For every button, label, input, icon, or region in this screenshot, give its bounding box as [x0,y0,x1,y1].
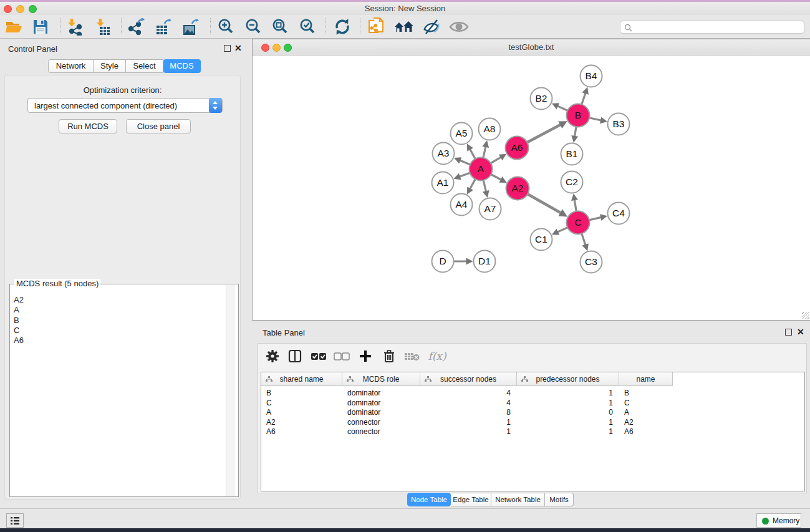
cell-name-row4[interactable]: A6 [624,427,634,436]
cell-shared_name-row0[interactable]: B [266,389,271,397]
cell-predecessors-row1[interactable]: 1 [517,399,613,407]
export-table-button[interactable] [152,17,175,37]
save-session-button[interactable] [29,17,52,37]
table-settings-icon[interactable] [263,348,282,364]
column-header-MCDS-role[interactable]: MCDS role [342,372,420,386]
graph-node-A1[interactable]: A1 [432,172,454,194]
export-image-button[interactable] [180,17,202,37]
window-resize-grip[interactable] [802,312,809,319]
mcds-result-item[interactable]: A [14,305,24,315]
column-header-shared-name[interactable]: shared name [261,372,342,386]
graph-node-C[interactable]: C [567,211,590,235]
show-all-button[interactable] [448,17,470,37]
function-builder-icon[interactable]: f(x) [425,348,450,364]
tab-edge-table[interactable]: Edge Table [451,493,491,506]
column-header-name[interactable]: name [619,372,673,386]
cell-mcds_role-row1[interactable]: dominator [347,399,380,407]
zoom-out-button[interactable] [242,17,264,37]
new-network-from-selection-button[interactable] [366,17,388,37]
mcds-result-item[interactable]: C [14,326,24,336]
mcds-result-item[interactable]: A6 [14,336,24,346]
import-network-button[interactable] [64,17,87,37]
graph-node-A2[interactable]: A2 [506,177,529,200]
deselect-all-icon[interactable] [332,348,351,364]
graph-node-B1[interactable]: B1 [561,143,583,165]
cell-mcds_role-row3[interactable]: connector [347,418,380,427]
cell-shared_name-row1[interactable]: C [266,399,272,407]
cell-mcds_role-row0[interactable]: dominator [347,389,380,397]
float-panel-icon[interactable] [224,45,231,52]
cell-mcds_role-row4[interactable]: connector [347,427,380,436]
tab-style[interactable]: Style [94,59,126,73]
cell-shared_name-row3[interactable]: A2 [266,418,276,427]
select-all-icon[interactable] [309,348,328,364]
graph-node-C1[interactable]: C1 [531,229,552,251]
import-table-button[interactable] [93,17,115,37]
cell-predecessors-row4[interactable]: 1 [517,427,613,436]
show-panels-list-button[interactable] [6,513,24,528]
mcds-result-item[interactable]: B [14,316,24,326]
mcds-result-item[interactable]: A2 [14,295,24,305]
tab-node-table[interactable]: Node Table [407,493,451,506]
cell-predecessors-row3[interactable]: 1 [517,418,613,427]
delete-table-icon[interactable] [403,348,422,364]
table-float-panel-icon[interactable] [785,329,792,336]
close-panel-icon[interactable]: ✕ [234,43,242,53]
graph-node-B3[interactable]: B3 [608,114,630,135]
graph-node-B4[interactable]: B4 [581,65,602,87]
add-column-icon[interactable] [356,348,375,364]
graph-node-A7[interactable]: A7 [480,198,501,220]
cell-successors-row3[interactable]: 1 [420,418,511,427]
column-header-successor-nodes[interactable]: successor nodes [420,372,517,386]
cell-mcds_role-row2[interactable]: dominator [347,408,380,417]
cell-predecessors-row0[interactable]: 1 [517,389,613,397]
first-neighbors-button[interactable] [393,17,415,37]
graph-node-A[interactable]: A [470,158,493,181]
export-network-button[interactable] [125,17,147,37]
tab-network-table[interactable]: Network Table [491,493,545,506]
zoom-fit-button[interactable] [269,17,291,37]
optimization-criterion-select[interactable]: largest connected component (directed) [27,98,223,113]
cell-shared_name-row4[interactable]: A6 [266,427,276,436]
cell-name-row3[interactable]: A2 [624,418,634,427]
delete-column-icon[interactable] [380,348,398,364]
cell-predecessors-row2[interactable]: 0 [517,408,613,417]
cell-name-row0[interactable]: B [624,389,629,397]
cell-successors-row4[interactable]: 1 [420,427,511,436]
graph-node-A4[interactable]: A4 [451,194,473,216]
cell-successors-row0[interactable]: 4 [420,389,511,397]
run-mcds-button[interactable]: Run MCDS [59,119,117,133]
graph-node-D[interactable]: D [432,251,454,273]
tab-select[interactable]: Select [126,59,163,73]
graph-node-A3[interactable]: A3 [433,143,455,165]
graph-node-C4[interactable]: C4 [608,203,630,225]
close-panel-button[interactable]: Close panel [126,119,191,133]
graph-node-A8[interactable]: A8 [479,118,501,140]
tab-mcds[interactable]: MCDS [163,59,201,73]
network-graph[interactable]: B4B2BB3A8A5A6B1A3AC2A1A2A4A7C4CC1C3DD1 [253,56,809,321]
memory-button[interactable]: Memory [756,513,801,528]
tab-motifs[interactable]: Motifs [545,493,574,506]
graph-node-A5[interactable]: A5 [451,123,473,145]
refresh-button[interactable] [331,17,354,37]
show-columns-icon[interactable] [286,348,304,364]
hide-selected-button[interactable] [420,17,443,37]
graph-node-A6[interactable]: A6 [506,137,529,160]
graph-node-D1[interactable]: D1 [474,251,496,273]
search-input[interactable] [620,21,804,34]
graph-node-B2[interactable]: B2 [531,88,552,110]
graph-node-C3[interactable]: C3 [581,251,602,273]
open-session-button[interactable] [3,17,26,37]
graph-node-B[interactable]: B [567,104,590,127]
tab-network[interactable]: Network [48,59,94,73]
cell-name-row1[interactable]: C [624,399,630,407]
zoom-selected-button[interactable] [296,17,319,37]
mcds-result-scrollbar[interactable] [226,285,235,496]
zoom-in-button[interactable] [215,17,237,37]
graph-node-C2[interactable]: C2 [561,172,583,193]
cell-successors-row2[interactable]: 8 [420,408,511,417]
table-close-panel-icon[interactable]: ✕ [797,327,804,337]
cell-name-row2[interactable]: A [624,408,629,417]
column-header-predecessor-nodes[interactable]: predecessor nodes [517,372,619,386]
cell-successors-row1[interactable]: 4 [420,399,511,407]
